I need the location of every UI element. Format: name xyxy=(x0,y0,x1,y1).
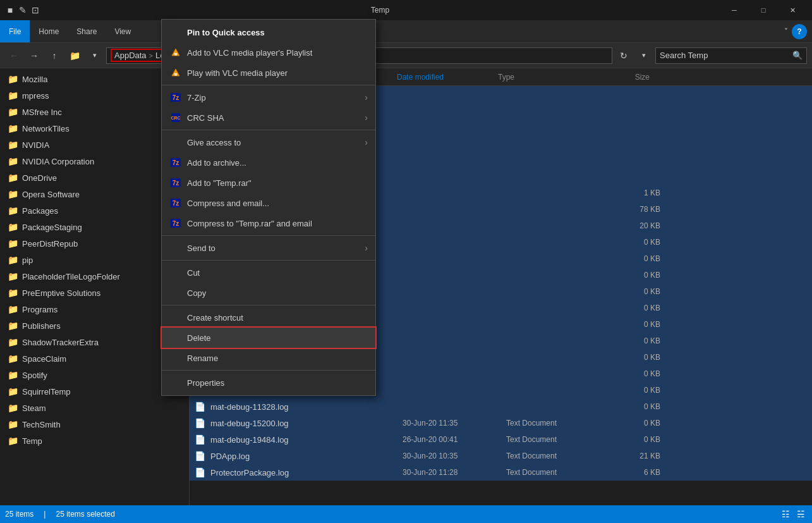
ribbon-right: ˅ ? xyxy=(784,20,812,42)
context-menu-item[interactable]: 7z Add to archive... xyxy=(162,152,375,173)
context-menu-item[interactable]: Rename xyxy=(162,348,375,368)
folder-icon: 📁 xyxy=(8,288,18,298)
file-type: Text Document xyxy=(506,419,607,428)
up-button[interactable]: ↑ xyxy=(45,47,63,65)
sidebar-item-label: Programs xyxy=(22,305,58,314)
sidebar-item-label: NVIDIA Corporation xyxy=(22,157,94,166)
details-view-button[interactable]: ☷ xyxy=(779,508,792,520)
context-menu-item[interactable]: 7z Compress to "Temp.rar" and email xyxy=(162,213,375,233)
tab-view[interactable]: View xyxy=(106,20,140,42)
refresh-button[interactable]: ↻ xyxy=(615,47,633,65)
folder-icon: 📁 xyxy=(8,189,18,199)
title-bar-icons: ■ ✎ ⊡ xyxy=(5,5,40,15)
status-bar: 25 items | 25 items selected ☷ ☵ xyxy=(0,505,812,523)
folder-icon: 📁 xyxy=(8,173,18,183)
context-menu-item[interactable]: Delete xyxy=(162,328,375,348)
breadcrumb-sep-1: > xyxy=(149,52,153,59)
context-menu-item[interactable]: Pin to Quick access xyxy=(162,22,375,42)
minimize-button[interactable]: ─ xyxy=(720,0,749,20)
file-type: Text Document xyxy=(506,452,607,460)
sidebar-item-label: Mozilla xyxy=(22,75,47,84)
sevenzip-icon: 7z xyxy=(169,217,182,230)
folder-icon: 📁 xyxy=(8,354,18,364)
file-size: 0 KB xyxy=(610,271,660,280)
sidebar-item-label: mpress xyxy=(22,91,49,101)
forward-button[interactable]: → xyxy=(25,47,43,65)
context-menu-item-label: Cut xyxy=(187,268,368,278)
file-name: mat-debug-15200.log xyxy=(210,419,400,428)
context-menu-item[interactable]: Add to VLC media player's Playlist xyxy=(162,42,375,63)
sidebar-item-label: Packages xyxy=(22,206,58,216)
folder-icon: 📁 xyxy=(8,222,18,232)
file-icon: 📄 xyxy=(195,434,205,445)
file-size: 6 KB xyxy=(610,468,660,477)
context-menu-item[interactable]: Play with VLC media player xyxy=(162,63,375,83)
help-button[interactable]: ? xyxy=(792,24,807,39)
context-menu-item[interactable]: 7z Compress and email... xyxy=(162,193,375,213)
sidebar-item-label: MSfree Inc xyxy=(22,108,62,117)
folder-icon: 📁 xyxy=(8,107,18,117)
context-menu-item[interactable]: Create shortcut xyxy=(162,307,375,328)
view-icons: ☷ ☵ xyxy=(779,508,807,520)
window-title: Temp xyxy=(44,6,716,15)
table-row[interactable]: 📄ProtectorPackage.log30-Jun-20 11:28Text… xyxy=(190,464,812,481)
close-button[interactable]: ✕ xyxy=(778,0,807,20)
search-box[interactable]: 🔍 xyxy=(655,47,807,64)
svg-text:CRC: CRC xyxy=(171,116,180,120)
context-menu-item[interactable]: Copy xyxy=(162,283,375,303)
context-menu-separator xyxy=(162,305,375,305)
table-row[interactable]: 📄mat-debug-11328.log0 KB xyxy=(190,398,812,415)
context-menu-item[interactable]: Give access to› xyxy=(162,132,375,152)
address-chevron-button[interactable]: ▾ xyxy=(635,47,653,65)
sevenzip-icon: 7z xyxy=(169,176,182,189)
sidebar-item-label: PeerDistRepub xyxy=(22,239,78,249)
menu-icon-none xyxy=(169,286,182,299)
context-menu-item[interactable]: Send to› xyxy=(162,238,375,258)
table-row[interactable]: 📄mat-debug-15200.log30-Jun-20 11:35Text … xyxy=(190,415,812,431)
sidebar-item-temp[interactable]: 📁 Temp xyxy=(0,433,189,449)
sidebar-item-label: PlaceholderTileLogoFolder xyxy=(22,272,120,281)
folder-icon: 📁 xyxy=(8,90,18,101)
breadcrumb-appdata[interactable]: AppData xyxy=(114,51,147,60)
large-icons-view-button[interactable]: ☵ xyxy=(794,508,807,520)
submenu-arrow-icon: › xyxy=(365,137,368,147)
table-row[interactable]: 📄PDApp.log30-Jun-20 10:35Text Document21… xyxy=(190,448,812,464)
pin-icon xyxy=(169,26,182,39)
context-menu-item[interactable]: Properties xyxy=(162,372,375,393)
file-size: 21 KB xyxy=(610,452,660,460)
context-menu-item[interactable]: Cut xyxy=(162,262,375,283)
search-input[interactable] xyxy=(660,51,790,60)
folder-icon: 📁 xyxy=(8,206,18,216)
col-header-date[interactable]: Date modified xyxy=(397,73,498,82)
back-button[interactable]: ← xyxy=(5,47,23,65)
main-layout: 📁 Mozilla 📁 mpress 📁 MSfree Inc 📁 Networ… xyxy=(0,68,812,505)
sidebar-item-label: ShadowTrackerExtra xyxy=(22,338,99,347)
sidebar-item-techsmith[interactable]: 📁 TechSmith xyxy=(0,416,189,433)
col-header-type[interactable]: Type xyxy=(498,73,599,82)
sevenzip-icon: 7z xyxy=(169,156,182,169)
file-name: mat-debug-19484.log xyxy=(210,435,400,445)
folder-icon: 📁 xyxy=(8,370,18,380)
context-menu-item[interactable]: 7z 7-Zip› xyxy=(162,87,375,108)
tab-file[interactable]: File xyxy=(0,20,30,42)
submenu-arrow-icon: › xyxy=(365,243,368,253)
context-menu-item[interactable]: CRC CRC SHA› xyxy=(162,108,375,128)
tab-home[interactable]: Home xyxy=(30,20,68,42)
table-row[interactable]: 📄mat-debug-19484.log26-Jun-20 00:41Text … xyxy=(190,431,812,448)
status-sep: | xyxy=(44,510,45,519)
col-header-size[interactable]: Size xyxy=(599,73,650,82)
menu-icon-none xyxy=(169,242,182,254)
vlc-icon xyxy=(169,46,182,59)
address-dropdown-button[interactable]: ▾ xyxy=(86,47,104,65)
tab-share[interactable]: Share xyxy=(68,20,106,42)
ribbon-collapse-button[interactable]: ˅ xyxy=(784,27,788,36)
vlc-icon xyxy=(169,66,182,79)
svg-text:7z: 7z xyxy=(173,180,179,187)
file-name: mat-debug-11328.log xyxy=(210,402,400,412)
folder-icon: 📁 xyxy=(8,403,18,413)
sidebar-item-steam[interactable]: 📁 Steam xyxy=(0,400,189,416)
folder-icon-button[interactable]: 📁 xyxy=(66,47,83,65)
context-menu-item[interactable]: 7z Add to "Temp.rar" xyxy=(162,173,375,193)
maximize-button[interactable]: □ xyxy=(749,0,778,20)
svg-rect-2 xyxy=(174,54,177,56)
